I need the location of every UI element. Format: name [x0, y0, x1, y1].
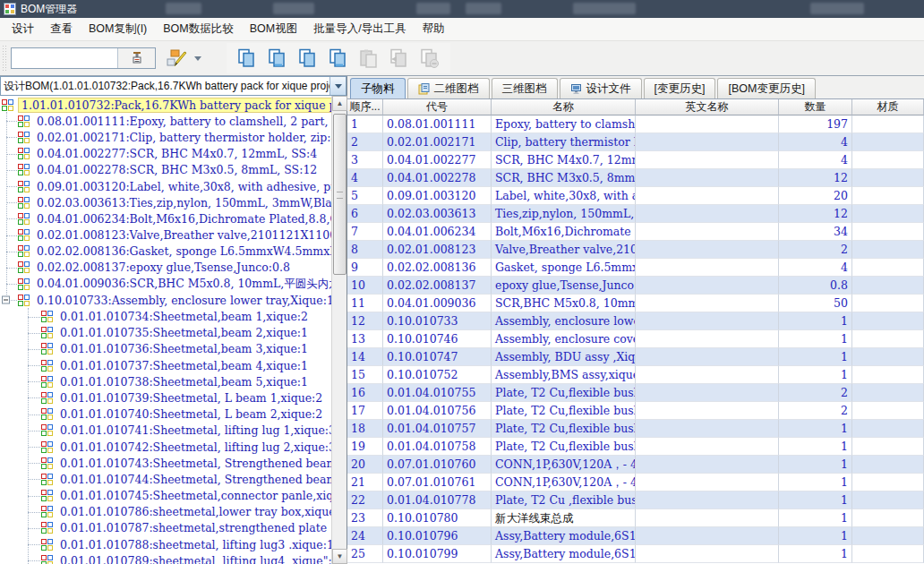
tree-item[interactable]: 0.01.01.010742:Sheetmetal, lifting lug 2… — [0, 439, 346, 455]
cell-name[interactable]: Clip, battery thermistor holder... — [492, 133, 636, 151]
cell-name[interactable]: Assy,Battery module,6S106P,... — [492, 545, 636, 563]
tree-item[interactable]: 0.04.01.009036:SCR,BHC M5x0.8, 10mmL,平圆头… — [0, 276, 346, 292]
cell-seq[interactable]: 10 — [347, 277, 383, 295]
cell-name[interactable]: Epoxy, battery to clamshell, 2 ... — [492, 115, 636, 133]
cell-name[interactable]: 新大洋线束总成 — [492, 509, 636, 527]
cell-material[interactable] — [852, 527, 924, 545]
cell-en-name[interactable] — [636, 115, 779, 133]
cell-material[interactable] — [852, 438, 924, 456]
tree-item[interactable]: 0.02.01.008123:Valve,Breather valve,2101… — [0, 227, 346, 244]
menu-item-3[interactable]: BOM复制(I) — [81, 18, 155, 40]
cell-seq[interactable]: 20 — [347, 456, 383, 474]
cell-qty[interactable]: 1 — [779, 348, 852, 366]
cell-name[interactable]: SCR, BHC M3x0.5, 8mmL, SS — [492, 169, 636, 187]
tree-item[interactable]: 0.01.01.010743:Sheetmetal, Strengthened … — [0, 455, 346, 471]
cell-qty[interactable]: 1 — [779, 527, 852, 545]
cell-qty[interactable]: 1 — [779, 330, 852, 348]
cell-seq[interactable]: 1 — [347, 115, 383, 133]
cell-code[interactable]: 0.01.04.010778 — [383, 491, 492, 509]
cell-code[interactable]: 0.07.01.010761 — [383, 474, 492, 491]
tree-item[interactable]: 0.01.01.010745:Sheetmetal,connector panl… — [0, 488, 346, 504]
cell-code[interactable]: 0.01.04.010755 — [383, 384, 492, 402]
cell-material[interactable] — [852, 366, 924, 384]
column-header-6[interactable]: 材质 — [852, 99, 924, 115]
tree-item[interactable]: 0.01.01.010786:sheetmetal,lower tray box… — [0, 504, 346, 520]
scroll-down-icon[interactable]: ▼ — [332, 549, 347, 564]
copy-bom-button[interactable] — [232, 45, 262, 72]
copy-part-button[interactable] — [323, 45, 354, 72]
cell-material[interactable] — [852, 169, 924, 187]
cell-qty[interactable]: 2 — [779, 402, 852, 420]
cell-en-name[interactable] — [636, 312, 779, 330]
cell-seq[interactable]: 24 — [347, 527, 383, 545]
cell-code[interactable]: 0.01.04.010757 — [383, 420, 492, 438]
cell-en-name[interactable] — [636, 474, 779, 491]
cell-qty[interactable]: 0.8 — [779, 277, 852, 295]
cell-seq[interactable]: 8 — [347, 241, 383, 259]
cell-qty[interactable]: 197 — [779, 115, 852, 133]
cell-name[interactable]: Ties,zip,nylon, 150mmL, 3m... — [492, 205, 636, 223]
cell-material[interactable] — [852, 545, 924, 563]
cell-seq[interactable]: 6 — [347, 205, 383, 223]
cell-name[interactable]: Assembly, BDU assy ,Xique — [492, 348, 636, 366]
cell-name[interactable]: Gasket, sponge L6.5mmxW4.5... — [492, 259, 636, 277]
column-header-3[interactable]: 名称 — [492, 99, 636, 115]
tree-item[interactable]: 0.01.01.010738:Sheetmetal,beam 5,xique:1 — [0, 373, 346, 389]
cell-material[interactable] — [852, 205, 924, 223]
cell-seq[interactable]: 4 — [347, 169, 383, 187]
cell-en-name[interactable] — [636, 277, 779, 295]
column-header-4[interactable]: 英文名称 — [636, 99, 779, 115]
cell-seq[interactable]: 22 — [347, 491, 383, 509]
cell-en-name[interactable] — [636, 241, 779, 259]
cell-seq[interactable]: 21 — [347, 474, 383, 491]
cell-en-name[interactable] — [636, 295, 779, 312]
cell-en-name[interactable] — [636, 330, 779, 348]
cell-name[interactable]: epoxy glue,Tsense,Junco — [492, 277, 636, 295]
column-header-1[interactable]: 顺序... — [347, 99, 383, 115]
cell-code[interactable]: 0.02.02.008136 — [383, 259, 492, 277]
cell-material[interactable] — [852, 115, 924, 133]
cell-qty[interactable]: 4 — [779, 259, 852, 277]
search-input[interactable] — [12, 48, 117, 68]
cell-seq[interactable]: 9 — [347, 259, 383, 277]
cell-qty[interactable]: 12 — [779, 205, 852, 223]
cell-code[interactable]: 0.10.010752 — [383, 366, 492, 384]
tab-5[interactable]: [变更历史] — [644, 78, 716, 98]
cell-code[interactable]: 0.10.010746 — [383, 330, 492, 348]
collapse-icon[interactable] — [2, 296, 10, 304]
cell-material[interactable] — [852, 223, 924, 241]
cell-code[interactable]: 0.10.010747 — [383, 348, 492, 366]
copy-doc-button[interactable] — [262, 45, 293, 72]
cell-qty[interactable]: 12 — [779, 169, 852, 187]
cell-material[interactable] — [852, 241, 924, 259]
tree-item[interactable]: 0.10.010733:Assembly, enclosure lower tr… — [0, 292, 346, 308]
tree-item[interactable]: 0.01.01.010744:Sheetmetal, Strengthened … — [0, 471, 346, 487]
tab-6[interactable]: [BOM变更历史] — [717, 78, 815, 98]
cell-name[interactable]: Plate, T2 Cu ,flexible busbar 6,... — [492, 491, 636, 509]
cell-material[interactable] — [852, 259, 924, 277]
cell-name[interactable]: Bolt,M6x16,Dichromate Plate... — [492, 223, 636, 241]
cell-en-name[interactable] — [636, 402, 779, 420]
cell-material[interactable] — [852, 133, 924, 151]
menu-item-7[interactable]: 帮助 — [415, 18, 453, 40]
tab-1[interactable]: 子物料 — [350, 78, 406, 98]
cell-qty[interactable]: 1 — [779, 420, 852, 438]
tab-4[interactable]: 设计文件 — [560, 78, 642, 98]
cell-code[interactable]: 0.04.01.009036 — [383, 295, 492, 312]
cell-material[interactable] — [852, 420, 924, 438]
cell-qty[interactable]: 34 — [779, 223, 852, 241]
tree-item[interactable]: 0.04.01.006234:Bolt,M6x16,Dichromate Pla… — [0, 210, 346, 226]
tree-item[interactable]: 0.01.01.010737:Sheetmetal,beam 4,xique:1 — [0, 357, 346, 373]
tab-2[interactable]: 二维图档 — [407, 78, 490, 98]
tree-item[interactable]: 0.01.01.010741:Sheetmetal, lifting lug 1… — [0, 423, 346, 439]
cell-qty[interactable]: 1 — [779, 545, 852, 563]
menu-item-1[interactable]: 设计 — [4, 18, 42, 40]
cell-name[interactable]: Assembly, enclosure cover tra... — [492, 330, 636, 348]
cell-en-name[interactable] — [636, 420, 779, 438]
column-header-5[interactable]: 数量 — [779, 99, 852, 115]
combo-dropdown-button[interactable] — [329, 77, 346, 95]
cell-qty[interactable]: 50 — [779, 295, 852, 312]
cell-qty[interactable]: 1 — [779, 474, 852, 491]
tree-item[interactable]: 0.08.01.001111:Epoxy, battery to clamshe… — [0, 113, 346, 129]
bom-selector-combo[interactable]: 设计BOM(1.01.01.010732:Pack,16.7KWh batter… — [0, 76, 346, 96]
